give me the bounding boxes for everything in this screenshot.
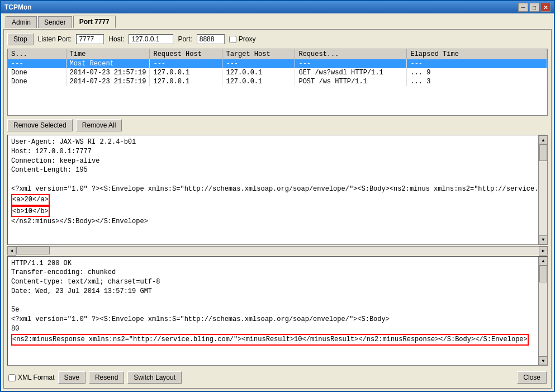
- proxy-label-text: Proxy: [239, 35, 256, 43]
- content-area: Admin Sender Port 7777 Stop Listen Port:…: [1, 13, 554, 391]
- close-window-button[interactable]: ✕: [540, 3, 551, 12]
- tab-sender[interactable]: Sender: [38, 16, 72, 28]
- scroll-up-btn-2[interactable]: ▲: [539, 257, 548, 266]
- maximize-button[interactable]: □: [529, 3, 539, 12]
- window-controls: ─ □ ✕: [518, 3, 551, 12]
- request-content[interactable]: User-Agent: JAX-WS RI 2.2.4-b01 Host: 12…: [8, 135, 538, 244]
- scroll-thumb-2[interactable]: [539, 266, 547, 282]
- main-window: TCPMon ─ □ ✕ Admin Sender Port 7777 Stop…: [0, 0, 555, 392]
- host-input[interactable]: [129, 34, 173, 44]
- cell-elapsed: ... 3: [407, 77, 547, 86]
- col-target-host: Target Host: [222, 49, 295, 59]
- resend-button[interactable]: Resend: [89, 371, 124, 384]
- window-title: TCPMon: [4, 3, 518, 11]
- col-time: Time: [66, 49, 150, 59]
- switch-layout-button[interactable]: Switch Layout: [127, 371, 182, 384]
- scroll-down-button[interactable]: ▼: [539, 235, 548, 244]
- request-panel: User-Agent: JAX-WS RI 2.2.4-b01 Host: 12…: [7, 135, 548, 245]
- scroll-track-h: [16, 247, 539, 255]
- tab-bar: Admin Sender Port 7777: [3, 16, 552, 28]
- remove-all-button[interactable]: Remove All: [76, 119, 122, 131]
- cell-request: GET /ws?wsdl HTTP/1.1: [295, 68, 407, 77]
- response-panel-scrollbar-v[interactable]: ▲ ▼: [538, 257, 547, 366]
- title-bar: TCPMon ─ □ ✕: [1, 1, 554, 13]
- cell-status: Done: [8, 77, 66, 86]
- scroll-thumb[interactable]: [539, 144, 547, 161]
- col-status: S...: [8, 49, 66, 59]
- requests-table: S... Time Request Host Target Host Reque…: [8, 49, 547, 86]
- requests-table-container: S... Time Request Host Target Host Reque…: [7, 49, 548, 116]
- request-panel-scrollbar-v[interactable]: ▲ ▼: [538, 135, 547, 244]
- cell-request: POST /ws HTTP/1.1: [295, 77, 407, 86]
- table-row[interactable]: Done 2014-07-23 21:57:19 127.0.0.1 127.0…: [8, 68, 547, 77]
- cell-req-host: ---: [150, 59, 222, 68]
- listen-port-label: Listen Port:: [38, 35, 72, 43]
- table-row[interactable]: --- Most Recent --- --- --- ---: [8, 59, 547, 68]
- scroll-track: [539, 144, 547, 235]
- table-row[interactable]: Done 2014-07-23 21:57:19 127.0.0.1 127.0…: [8, 77, 547, 86]
- response-panel: HTTP/1.1 200 OK Transfer-encoding: chunk…: [7, 256, 548, 366]
- cell-tgt-host: 127.0.0.1: [222, 68, 295, 77]
- scroll-left-button[interactable]: ◄: [7, 247, 16, 256]
- scroll-track-2: [539, 266, 547, 357]
- scroll-down-btn-2[interactable]: ▼: [539, 356, 548, 365]
- xml-format-checkbox-label: XML Format: [8, 374, 55, 381]
- response-panel-wrapper: HTTP/1.1 200 OK Transfer-encoding: chunk…: [7, 256, 548, 366]
- response-content[interactable]: HTTP/1.1 200 OK Transfer-encoding: chunk…: [8, 257, 538, 366]
- xml-format-checkbox[interactable]: [8, 374, 16, 381]
- scroll-thumb-h[interactable]: [16, 247, 50, 254]
- proxy-checkbox[interactable]: [229, 36, 236, 43]
- col-request-host: Request Host: [150, 49, 222, 59]
- stop-button[interactable]: Stop: [7, 33, 34, 45]
- bottom-bar: XML Format Save Resend Switch Layout Clo…: [7, 369, 548, 385]
- remove-selected-button[interactable]: Remove Selected: [7, 119, 73, 131]
- close-button[interactable]: Close: [517, 371, 547, 384]
- cell-time: 2014-07-23 21:57:19: [66, 68, 150, 77]
- toolbar-row: Stop Listen Port: Host: Port: Proxy: [7, 33, 548, 45]
- minimize-button[interactable]: ─: [518, 3, 528, 12]
- host-label: Host:: [108, 35, 124, 43]
- cell-elapsed: ---: [407, 59, 547, 68]
- cell-req-host: 127.0.0.1: [150, 68, 222, 77]
- cell-request: ---: [295, 59, 407, 68]
- action-row: Remove Selected Remove All: [7, 119, 548, 131]
- cell-status: Done: [8, 68, 66, 77]
- cell-time: Most Recent: [66, 59, 150, 68]
- cell-elapsed: ... 9: [407, 68, 547, 77]
- proxy-checkbox-label: Proxy: [229, 35, 256, 43]
- scroll-right-button[interactable]: ►: [539, 247, 548, 256]
- scroll-up-button[interactable]: ▲: [539, 135, 548, 144]
- port-label: Port:: [178, 35, 192, 43]
- col-elapsed: Elapsed Time: [407, 49, 547, 59]
- xml-format-label: XML Format: [18, 374, 55, 381]
- tab-port-7777[interactable]: Port 7777: [73, 16, 116, 28]
- request-panel-scrollbar-h[interactable]: ◄ ►: [7, 246, 548, 255]
- cell-req-host: 127.0.0.1: [150, 77, 222, 86]
- request-panel-wrapper: User-Agent: JAX-WS RI 2.2.4-b01 Host: 12…: [7, 135, 548, 245]
- cell-tgt-host: ---: [222, 59, 295, 68]
- cell-status: ---: [8, 59, 66, 68]
- main-panel: Stop Listen Port: Host: Port: Proxy S...: [3, 29, 552, 389]
- table-header-row: S... Time Request Host Target Host Reque…: [8, 49, 547, 59]
- col-request: Request...: [295, 49, 407, 59]
- cell-time: 2014-07-23 21:57:19: [66, 77, 150, 86]
- cell-tgt-host: 127.0.0.1: [222, 77, 295, 86]
- save-button[interactable]: Save: [58, 371, 86, 384]
- listen-port-input[interactable]: [76, 34, 104, 44]
- tab-admin[interactable]: Admin: [6, 16, 37, 28]
- port-input[interactable]: [197, 34, 225, 44]
- text-panels: User-Agent: JAX-WS RI 2.2.4-b01 Host: 12…: [7, 135, 548, 366]
